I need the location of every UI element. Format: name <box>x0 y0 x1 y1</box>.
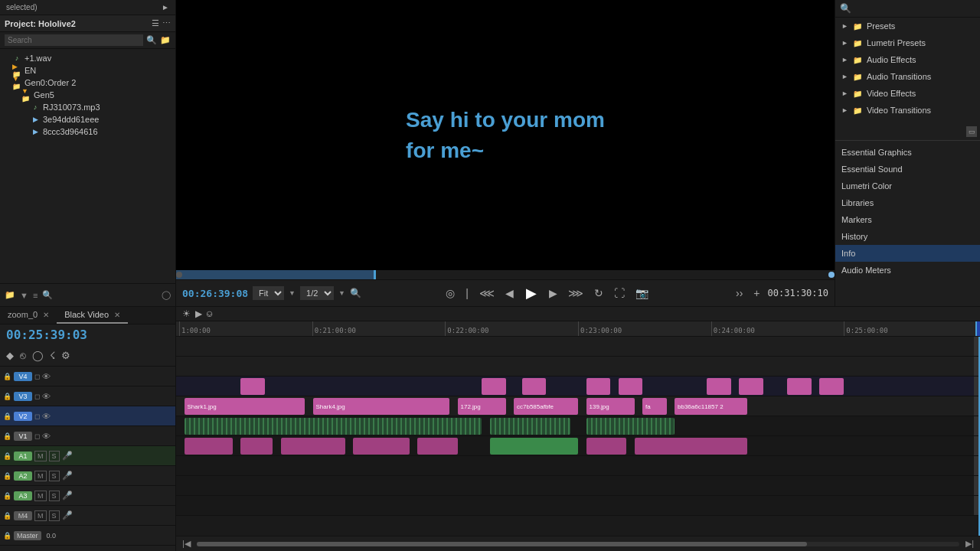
clip-v1-shark1[interactable]: Shark1.jpg <box>185 398 305 415</box>
clip-v2-3[interactable] <box>522 378 547 395</box>
clip-v2-7[interactable] <box>739 378 763 395</box>
clip-v2-1[interactable] <box>240 378 265 395</box>
lock-icon-v3[interactable]: 🔒 <box>3 393 11 400</box>
solo-btn-a3[interactable]: S <box>49 491 60 501</box>
fit-to-screen-btn[interactable]: ▶ <box>195 308 202 319</box>
more-controls-btn[interactable]: ›› <box>733 285 746 301</box>
go-to-end-btn[interactable]: ▶| <box>965 539 974 549</box>
lock-icon-a2[interactable]: 🔒 <box>3 472 11 480</box>
lock-icon-a3[interactable]: 🔒 <box>3 492 11 500</box>
solo-btn-a2[interactable]: S <box>49 471 60 481</box>
eye-icon-v3[interactable]: 👁 <box>42 392 51 401</box>
clip-a1-2[interactable] <box>490 418 570 435</box>
sync-icon-v4[interactable]: ◻ <box>34 373 40 380</box>
history-item[interactable]: History <box>835 228 980 245</box>
clip-a2-5[interactable] <box>417 438 458 455</box>
mic-icon-a1[interactable]: 🎤 <box>62 451 73 461</box>
clip-a1-3[interactable] <box>586 418 675 435</box>
step-back-btn[interactable]: ◀ <box>502 285 517 301</box>
clip-a2-3[interactable] <box>281 438 345 455</box>
mute-btn-a3[interactable]: M <box>34 491 47 501</box>
expand-icon[interactable]: ► <box>162 3 169 11</box>
tab-blackvideo-close[interactable]: ✕ <box>114 311 120 319</box>
lumetri-color-item[interactable]: Lumetri Color <box>835 178 980 194</box>
effects-item-lumetri-presets[interactable]: ► 📁 Lumetri Presets <box>835 34 980 51</box>
lock-icon-v4[interactable]: 🔒 <box>3 373 11 380</box>
clip-v1-shark4[interactable]: Shark4.jpg <box>313 398 450 415</box>
panel-menu-icon[interactable]: ☰ <box>152 18 159 28</box>
snap-btn[interactable]: ◯ <box>31 348 45 363</box>
file-item-audio[interactable]: ♪ +1.wav <box>0 52 175 64</box>
camera-btn[interactable]: 📷 <box>632 285 652 301</box>
sync-icon-v3[interactable]: ◻ <box>34 393 40 400</box>
file-item-mp3[interactable]: ♪ RJ310073.mp3 <box>0 101 175 113</box>
clip-v1-172[interactable]: 172.jpg <box>458 398 506 415</box>
quality-select[interactable]: 1/2 <box>300 286 334 300</box>
eye-icon-v1[interactable]: 👁 <box>42 432 51 441</box>
clip-v1-bb36[interactable]: bb36a6c11857 2 <box>675 398 747 415</box>
clip-a1-1[interactable] <box>185 418 482 435</box>
add-markers-btn[interactable]: ◆ <box>5 348 15 363</box>
new-item-icon[interactable]: ▼ <box>20 291 28 300</box>
step-back-5-btn[interactable]: ⋘ <box>476 285 498 301</box>
clip-a2-4[interactable] <box>353 438 410 455</box>
clip-v2-2[interactable] <box>482 378 506 395</box>
search-icon[interactable]: 🔍 <box>146 35 157 45</box>
safe-margins-btn[interactable]: ⛶ <box>611 285 628 301</box>
lock-icon-m4[interactable]: 🔒 <box>3 512 11 520</box>
tab-blackvideo[interactable]: Black Video ✕ <box>57 307 128 324</box>
libraries-item[interactable]: Libraries <box>835 194 980 211</box>
step-fwd-btn[interactable]: ▶ <box>546 285 560 301</box>
mute-btn-m4[interactable]: M <box>34 510 47 521</box>
clip-a2-2[interactable] <box>240 438 273 455</box>
lock-icon-v1[interactable]: 🔒 <box>3 432 11 440</box>
marker-out-btn[interactable]: | <box>462 285 472 301</box>
clip-v1-fa[interactable]: fa <box>642 398 667 415</box>
step-fwd-5-btn[interactable]: ⋙ <box>565 285 586 301</box>
effects-item-video-effects[interactable]: ► 📁 Video Effects <box>835 85 980 102</box>
essential-graphics-item[interactable]: Essential Graphics <box>835 144 980 161</box>
find-icon[interactable]: 🔍 <box>42 290 53 300</box>
filter-btn[interactable]: ☀ <box>182 308 191 319</box>
audio-meters-item[interactable]: Audio Meters <box>835 262 980 279</box>
clip-v2-6[interactable] <box>707 378 731 395</box>
panel-expand-icon[interactable]: ⋯ <box>162 18 171 28</box>
effects-item-audio-effects[interactable]: ► 📁 Audio Effects <box>835 51 980 68</box>
solo-btn-m4[interactable]: S <box>49 510 60 521</box>
fit-select[interactable]: Fit <box>253 286 284 300</box>
mic-icon-m4[interactable]: 🎤 <box>62 510 73 520</box>
timeline-icon[interactable]: ◯ <box>162 290 171 300</box>
clip-a2-1[interactable] <box>185 438 233 455</box>
ripple-btn[interactable]: ⎋ <box>18 348 28 363</box>
file-item-video2[interactable]: ▶ 8ccc3d964616 <box>0 126 175 138</box>
search-input[interactable] <box>5 34 143 46</box>
list-view-icon[interactable]: ≡ <box>33 291 38 300</box>
go-to-start-btn[interactable]: |◀ <box>182 539 191 549</box>
effects-item-presets[interactable]: ► 📁 Presets <box>835 18 980 34</box>
mic-icon-a2[interactable]: 🎤 <box>62 471 73 481</box>
eye-icon-v2[interactable]: 👁 <box>42 412 51 421</box>
effects-item-video-transitions[interactable]: ► 📁 Video Transitions <box>835 102 980 119</box>
file-item-folder-en[interactable]: ▶ 📁 EN <box>0 64 175 77</box>
play-btn[interactable]: ▶ <box>521 283 541 303</box>
zoom-icon[interactable]: 🔍 <box>350 288 361 298</box>
clip-a2-green[interactable] <box>490 438 579 455</box>
marker-in-btn[interactable]: ◎ <box>443 285 458 301</box>
add-btn[interactable]: + <box>750 285 763 301</box>
effects-item-audio-transitions[interactable]: ► 📁 Audio Transitions <box>835 68 980 85</box>
mic-icon-a3[interactable]: 🎤 <box>62 491 73 500</box>
clip-v2-8[interactable] <box>787 378 812 395</box>
lock-icon-master[interactable]: 🔒 <box>3 532 11 540</box>
sync-icon-v1[interactable]: ◻ <box>34 432 40 440</box>
info-item[interactable]: Info <box>835 245 980 262</box>
clip-v2-4[interactable] <box>586 378 611 395</box>
settings-btn[interactable]: ⚙ <box>60 348 72 363</box>
tracks-content-area[interactable]: Shark1.jpg Shark4.jpg 172.jpg cc7b585afb… <box>176 337 980 536</box>
tab-zoom0[interactable]: zoom_0 ✕ <box>0 307 57 324</box>
mute-btn-a1[interactable]: M <box>34 451 47 461</box>
eye-icon-v4[interactable]: 👁 <box>42 372 51 381</box>
add-bin-icon[interactable]: 📁 <box>160 35 171 45</box>
file-item-folder-gen5[interactable]: ▼ 📁 Gen5 <box>0 89 175 101</box>
file-item-video1[interactable]: ▶ 3e94ddd61eee <box>0 113 175 126</box>
clip-v2-5[interactable] <box>619 378 643 395</box>
